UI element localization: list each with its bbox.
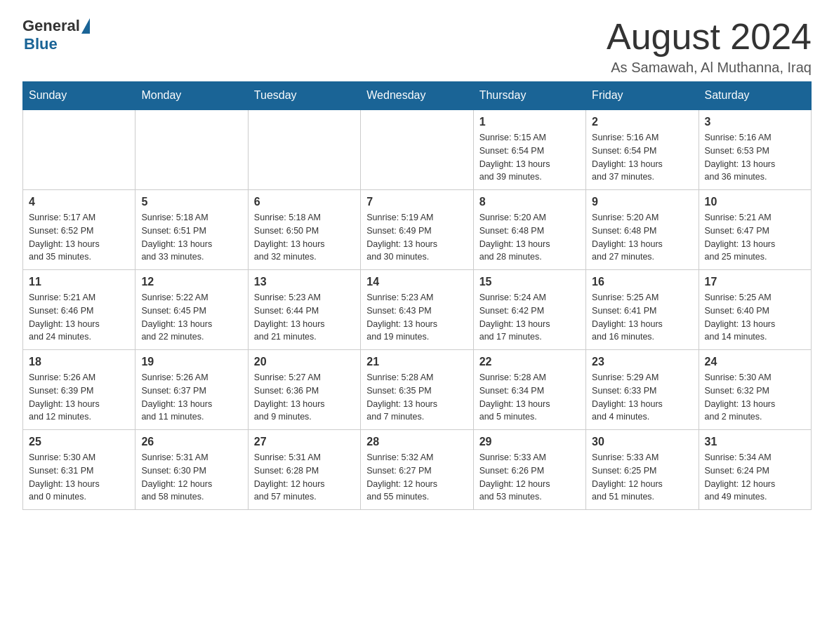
- logo-blue-text: Blue: [24, 35, 58, 53]
- calendar-cell: 22Sunrise: 5:28 AM Sunset: 6:34 PM Dayli…: [473, 350, 585, 430]
- calendar-cell: 6Sunrise: 5:18 AM Sunset: 6:50 PM Daylig…: [248, 190, 360, 270]
- day-info: Sunrise: 5:23 AM Sunset: 6:43 PM Dayligh…: [366, 291, 467, 344]
- day-info: Sunrise: 5:21 AM Sunset: 6:47 PM Dayligh…: [705, 211, 805, 264]
- weekday-header-wednesday: Wednesday: [361, 82, 473, 110]
- day-number: 25: [29, 436, 129, 448]
- calendar-week-1: 1Sunrise: 5:15 AM Sunset: 6:54 PM Daylig…: [23, 109, 812, 190]
- month-title: August 2024: [607, 17, 812, 57]
- day-info: Sunrise: 5:16 AM Sunset: 6:54 PM Dayligh…: [592, 131, 692, 184]
- day-number: 5: [141, 196, 241, 208]
- day-number: 4: [29, 196, 129, 208]
- day-number: 16: [592, 276, 692, 288]
- weekday-header-thursday: Thursday: [473, 82, 585, 110]
- calendar-cell: [248, 109, 360, 190]
- calendar-cell: 3Sunrise: 5:16 AM Sunset: 6:53 PM Daylig…: [699, 109, 811, 190]
- calendar-cell: 5Sunrise: 5:18 AM Sunset: 6:51 PM Daylig…: [135, 190, 248, 270]
- calendar-cell: 4Sunrise: 5:17 AM Sunset: 6:52 PM Daylig…: [23, 190, 135, 270]
- calendar-week-4: 18Sunrise: 5:26 AM Sunset: 6:39 PM Dayli…: [23, 350, 812, 430]
- calendar-cell: 30Sunrise: 5:33 AM Sunset: 6:25 PM Dayli…: [586, 430, 699, 510]
- location-title: As Samawah, Al Muthanna, Iraq: [607, 60, 812, 76]
- calendar-cell: 10Sunrise: 5:21 AM Sunset: 6:47 PM Dayli…: [699, 190, 811, 270]
- logo-triangle-icon: [81, 18, 90, 34]
- calendar-cell: 1Sunrise: 5:15 AM Sunset: 6:54 PM Daylig…: [473, 109, 585, 190]
- calendar-cell: 31Sunrise: 5:34 AM Sunset: 6:24 PM Dayli…: [699, 430, 811, 510]
- calendar-table: SundayMondayTuesdayWednesdayThursdayFrid…: [22, 81, 812, 510]
- day-number: 14: [366, 276, 467, 288]
- calendar-cell: 15Sunrise: 5:24 AM Sunset: 6:42 PM Dayli…: [473, 270, 585, 350]
- logo-general-text: General: [22, 17, 80, 35]
- calendar-cell: 26Sunrise: 5:31 AM Sunset: 6:30 PM Dayli…: [135, 430, 248, 510]
- day-number: 19: [141, 356, 241, 368]
- day-number: 17: [705, 276, 805, 288]
- day-info: Sunrise: 5:16 AM Sunset: 6:53 PM Dayligh…: [705, 131, 805, 184]
- day-info: Sunrise: 5:19 AM Sunset: 6:49 PM Dayligh…: [366, 211, 467, 264]
- day-number: 8: [479, 196, 580, 208]
- day-info: Sunrise: 5:28 AM Sunset: 6:34 PM Dayligh…: [479, 371, 580, 424]
- calendar-cell: 16Sunrise: 5:25 AM Sunset: 6:41 PM Dayli…: [586, 270, 699, 350]
- day-number: 28: [366, 436, 467, 448]
- day-number: 9: [592, 196, 692, 208]
- calendar-cell: 14Sunrise: 5:23 AM Sunset: 6:43 PM Dayli…: [361, 270, 473, 350]
- day-number: 1: [479, 116, 580, 128]
- day-number: 21: [366, 356, 467, 368]
- day-info: Sunrise: 5:25 AM Sunset: 6:40 PM Dayligh…: [705, 291, 805, 344]
- day-info: Sunrise: 5:31 AM Sunset: 6:28 PM Dayligh…: [254, 451, 355, 504]
- calendar-cell: 25Sunrise: 5:30 AM Sunset: 6:31 PM Dayli…: [23, 430, 135, 510]
- day-number: 2: [592, 116, 692, 128]
- calendar-week-5: 25Sunrise: 5:30 AM Sunset: 6:31 PM Dayli…: [23, 430, 812, 510]
- calendar-cell: 19Sunrise: 5:26 AM Sunset: 6:37 PM Dayli…: [135, 350, 248, 430]
- weekday-row: SundayMondayTuesdayWednesdayThursdayFrid…: [23, 82, 812, 110]
- calendar-header: SundayMondayTuesdayWednesdayThursdayFrid…: [23, 82, 812, 110]
- calendar-week-3: 11Sunrise: 5:21 AM Sunset: 6:46 PM Dayli…: [23, 270, 812, 350]
- day-info: Sunrise: 5:25 AM Sunset: 6:41 PM Dayligh…: [592, 291, 692, 344]
- day-number: 18: [29, 356, 129, 368]
- page-header: General Blue August 2024 As Samawah, Al …: [22, 17, 812, 76]
- weekday-header-tuesday: Tuesday: [248, 82, 360, 110]
- calendar-cell: 12Sunrise: 5:22 AM Sunset: 6:45 PM Dayli…: [135, 270, 248, 350]
- day-info: Sunrise: 5:26 AM Sunset: 6:37 PM Dayligh…: [141, 371, 241, 424]
- day-number: 7: [366, 196, 467, 208]
- day-number: 20: [254, 356, 355, 368]
- day-info: Sunrise: 5:30 AM Sunset: 6:31 PM Dayligh…: [29, 451, 129, 504]
- calendar-cell: 17Sunrise: 5:25 AM Sunset: 6:40 PM Dayli…: [699, 270, 811, 350]
- day-number: 3: [705, 116, 805, 128]
- calendar-cell: 29Sunrise: 5:33 AM Sunset: 6:26 PM Dayli…: [473, 430, 585, 510]
- day-number: 15: [479, 276, 580, 288]
- day-info: Sunrise: 5:18 AM Sunset: 6:50 PM Dayligh…: [254, 211, 355, 264]
- day-info: Sunrise: 5:28 AM Sunset: 6:35 PM Dayligh…: [366, 371, 467, 424]
- day-info: Sunrise: 5:26 AM Sunset: 6:39 PM Dayligh…: [29, 371, 129, 424]
- calendar-cell: 28Sunrise: 5:32 AM Sunset: 6:27 PM Dayli…: [361, 430, 473, 510]
- day-number: 27: [254, 436, 355, 448]
- day-info: Sunrise: 5:30 AM Sunset: 6:32 PM Dayligh…: [705, 371, 805, 424]
- day-info: Sunrise: 5:27 AM Sunset: 6:36 PM Dayligh…: [254, 371, 355, 424]
- weekday-header-monday: Monday: [135, 82, 248, 110]
- day-info: Sunrise: 5:32 AM Sunset: 6:27 PM Dayligh…: [366, 451, 467, 504]
- calendar-cell: 18Sunrise: 5:26 AM Sunset: 6:39 PM Dayli…: [23, 350, 135, 430]
- day-info: Sunrise: 5:17 AM Sunset: 6:52 PM Dayligh…: [29, 211, 129, 264]
- day-number: 12: [141, 276, 241, 288]
- day-info: Sunrise: 5:24 AM Sunset: 6:42 PM Dayligh…: [479, 291, 580, 344]
- day-number: 24: [705, 356, 805, 368]
- calendar-cell: 11Sunrise: 5:21 AM Sunset: 6:46 PM Dayli…: [23, 270, 135, 350]
- day-number: 30: [592, 436, 692, 448]
- day-number: 6: [254, 196, 355, 208]
- calendar-week-2: 4Sunrise: 5:17 AM Sunset: 6:52 PM Daylig…: [23, 190, 812, 270]
- weekday-header-friday: Friday: [586, 82, 699, 110]
- calendar-cell: 13Sunrise: 5:23 AM Sunset: 6:44 PM Dayli…: [248, 270, 360, 350]
- calendar-cell: 2Sunrise: 5:16 AM Sunset: 6:54 PM Daylig…: [586, 109, 699, 190]
- calendar-cell: 7Sunrise: 5:19 AM Sunset: 6:49 PM Daylig…: [361, 190, 473, 270]
- weekday-header-sunday: Sunday: [23, 82, 135, 110]
- calendar-cell: 9Sunrise: 5:20 AM Sunset: 6:48 PM Daylig…: [586, 190, 699, 270]
- calendar-cell: [23, 109, 135, 190]
- day-info: Sunrise: 5:20 AM Sunset: 6:48 PM Dayligh…: [479, 211, 580, 264]
- day-info: Sunrise: 5:23 AM Sunset: 6:44 PM Dayligh…: [254, 291, 355, 344]
- day-info: Sunrise: 5:34 AM Sunset: 6:24 PM Dayligh…: [705, 451, 805, 504]
- day-info: Sunrise: 5:33 AM Sunset: 6:25 PM Dayligh…: [592, 451, 692, 504]
- day-number: 10: [705, 196, 805, 208]
- day-info: Sunrise: 5:21 AM Sunset: 6:46 PM Dayligh…: [29, 291, 129, 344]
- title-area: August 2024 As Samawah, Al Muthanna, Ira…: [607, 17, 812, 76]
- calendar-cell: [361, 109, 473, 190]
- day-number: 26: [141, 436, 241, 448]
- calendar-cell: 21Sunrise: 5:28 AM Sunset: 6:35 PM Dayli…: [361, 350, 473, 430]
- day-number: 29: [479, 436, 580, 448]
